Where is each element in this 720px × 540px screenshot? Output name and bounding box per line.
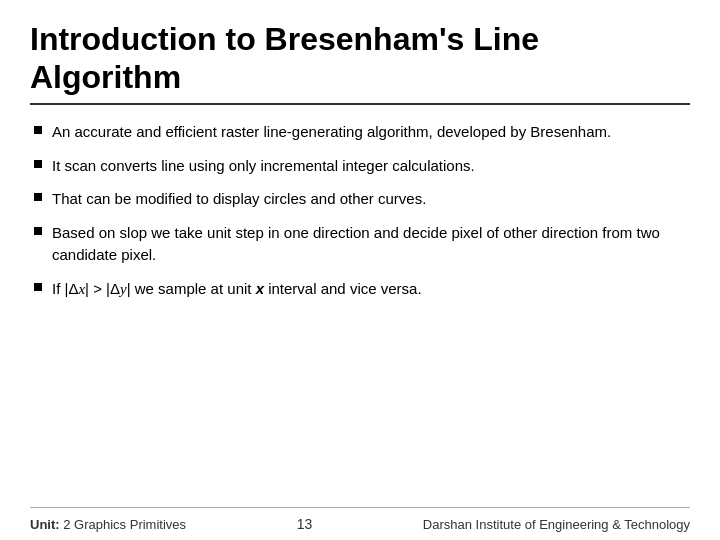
slide-container: Introduction to Bresenham's Line Algorit… <box>0 0 720 540</box>
bullet-text-4: Based on slop we take unit step in one d… <box>52 222 686 266</box>
math-x2: x <box>256 280 264 297</box>
unit-value: 2 Graphics Primitives <box>63 517 186 532</box>
content-area: An accurate and efficient raster line-ge… <box>30 121 690 507</box>
bullet-text-1: An accurate and efficient raster line-ge… <box>52 121 686 143</box>
unit-label: Unit: <box>30 517 60 532</box>
bullet-square-1 <box>34 126 42 134</box>
bullet-list: An accurate and efficient raster line-ge… <box>34 121 686 301</box>
bullet-text-3: That can be modified to display circles … <box>52 188 686 210</box>
bullet-square-4 <box>34 227 42 235</box>
footer-left: Unit: 2 Graphics Primitives <box>30 517 186 532</box>
bullet-item-5: If |Δx| > |Δy| we sample at unit x inter… <box>34 278 686 301</box>
bullet-square-5 <box>34 283 42 291</box>
bullet-item-2: It scan converts line using only increme… <box>34 155 686 177</box>
bullet-item-3: That can be modified to display circles … <box>34 188 686 210</box>
bullet-text-5: If |Δx| > |Δy| we sample at unit x inter… <box>52 278 686 301</box>
title-area: Introduction to Bresenham's Line Algorit… <box>30 20 690 105</box>
math-y1: y <box>120 281 127 297</box>
math-x1: x <box>78 281 85 297</box>
slide-title: Introduction to Bresenham's Line Algorit… <box>30 20 690 97</box>
bullet-item-4: Based on slop we take unit step in one d… <box>34 222 686 266</box>
footer-institute: Darshan Institute of Engineering & Techn… <box>423 517 690 532</box>
bullet-text-2: It scan converts line using only increme… <box>52 155 686 177</box>
footer: Unit: 2 Graphics Primitives 13 Darshan I… <box>30 507 690 540</box>
bullet-square-3 <box>34 193 42 201</box>
footer-page-number: 13 <box>297 516 313 532</box>
bullet-square-2 <box>34 160 42 168</box>
bullet-item-1: An accurate and efficient raster line-ge… <box>34 121 686 143</box>
